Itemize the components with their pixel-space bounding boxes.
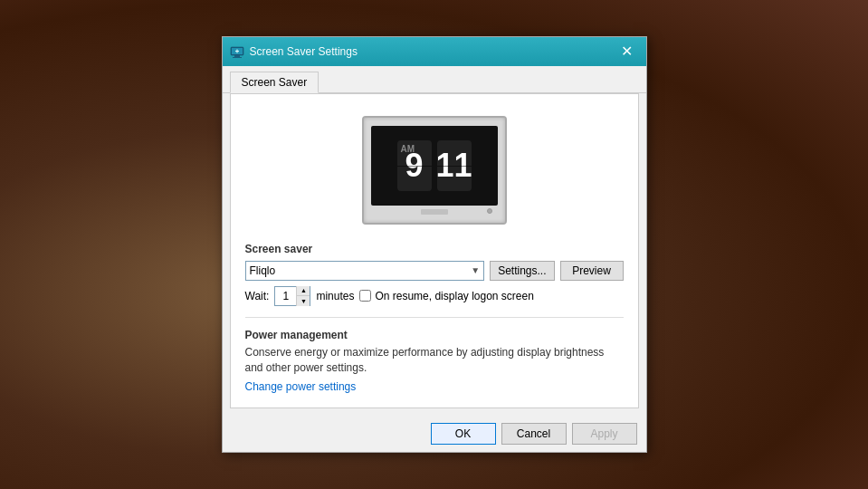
spinner-down-button[interactable]: ▼: [297, 296, 310, 306]
tab-screen-saver[interactable]: Screen Saver: [230, 72, 320, 93]
power-title: Power management: [245, 329, 624, 341]
time-am-label: AM: [401, 144, 415, 154]
wait-label: Wait:: [245, 290, 270, 302]
preview-area: AM 9 11: [245, 109, 624, 232]
spinner-arrows: ▲ ▼: [296, 286, 310, 306]
change-power-settings-link[interactable]: Change power settings: [245, 380, 357, 393]
cancel-button[interactable]: Cancel: [501, 423, 567, 445]
apply-button[interactable]: Apply: [572, 423, 637, 445]
monitor: AM 9 11: [362, 116, 507, 225]
monitor-screen: AM 9 11: [371, 126, 498, 206]
screen-saver-dropdown[interactable]: Fliqlo ▼: [245, 261, 485, 281]
power-description: Conserve energy or maximize performance …: [245, 345, 624, 376]
settings-button[interactable]: Settings...: [490, 261, 554, 281]
tab-bar: Screen Saver: [223, 66, 646, 93]
resume-checkbox[interactable]: [359, 290, 371, 302]
screen-saver-section: Screen saver Fliqlo ▼ Settings... Previe…: [245, 243, 624, 306]
dropdown-value: Fliqlo: [250, 264, 276, 277]
screen-saver-label: Screen saver: [245, 243, 624, 255]
ok-button[interactable]: OK: [431, 423, 496, 445]
chevron-down-icon: ▼: [471, 265, 480, 275]
svg-rect-2: [234, 55, 240, 57]
dialog-title: Screen Saver Settings: [250, 45, 615, 58]
flip-minute: 11: [437, 140, 472, 191]
dialog-footer: OK Cancel Apply: [223, 416, 646, 452]
spinner-up-button[interactable]: ▲: [297, 286, 310, 296]
minute-value: 11: [437, 147, 472, 185]
minutes-label: minutes: [316, 290, 354, 302]
section-divider: [245, 317, 624, 318]
svg-rect-3: [233, 57, 242, 58]
monitor-base: [421, 209, 448, 215]
wait-value: 1: [275, 290, 296, 302]
monitor-dot: [487, 208, 492, 214]
close-button[interactable]: ✕: [615, 40, 639, 63]
resume-label: On resume, display logon screen: [375, 290, 533, 302]
flip-clock: AM 9 11: [397, 140, 472, 191]
screen-saver-settings-dialog: Screen Saver Settings ✕ Screen Saver AM …: [222, 36, 647, 454]
wait-row: Wait: 1 ▲ ▼ minutes On resume, display l…: [245, 286, 624, 306]
main-content: AM 9 11 Screen saver Fliqlo: [230, 93, 639, 409]
screen-saver-row: Fliqlo ▼ Settings... Preview: [245, 261, 624, 281]
flip-hour: AM 9: [397, 140, 432, 191]
resume-checkbox-row: On resume, display logon screen: [359, 290, 533, 302]
power-section: Power management Conserve energy or maxi…: [245, 329, 624, 394]
preview-button[interactable]: Preview: [560, 261, 624, 281]
title-bar: Screen Saver Settings ✕: [223, 37, 646, 66]
wait-spinner[interactable]: 1 ▲ ▼: [274, 286, 310, 306]
dialog-icon: [230, 44, 244, 59]
